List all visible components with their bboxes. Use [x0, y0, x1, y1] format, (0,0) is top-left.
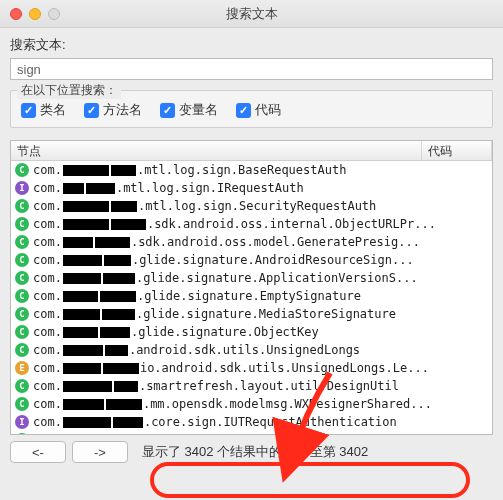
row-text: com.io.android.sdk.utils.UnsignedLongs.L…: [33, 361, 429, 375]
scope-checkbox-0[interactable]: ✓类名: [21, 101, 66, 119]
row-text: com..glide.signature.AndroidResourceSign…: [33, 253, 414, 267]
row-text: com..glide.signature.MediaStoreSignature: [33, 307, 396, 321]
table-row[interactable]: Ccom..sdk.android.oss.internal.ObjectURL…: [11, 215, 492, 233]
results-rows[interactable]: Ccom..mtl.log.sign.BaseRequestAuthIcom..…: [11, 161, 492, 435]
table-row[interactable]: Ecom.io.android.sdk.utils.UnsignedLongs.…: [11, 359, 492, 377]
results-table: 节点 代码 Ccom..mtl.log.sign.BaseRequestAuth…: [10, 140, 493, 435]
search-scope-group: 在以下位置搜索： ✓类名✓方法名✓变量名✓代码: [10, 90, 493, 128]
search-input[interactable]: [10, 58, 493, 80]
search-label: 搜索文本:: [10, 36, 493, 54]
type-icon: I: [15, 181, 29, 195]
type-icon: C: [15, 343, 29, 357]
table-row[interactable]: Ccom..android.sdk.utils.UnsignedLongs: [11, 341, 492, 359]
type-icon: C: [15, 397, 29, 411]
row-text: com..core.sign.IUTRequestAuthentication: [33, 415, 397, 429]
type-icon: I: [15, 415, 29, 429]
status-text: 显示了 3402 个结果中的第 1 至第 3402: [142, 443, 368, 461]
row-text: com..mtl.log.sign.BaseRequestAuth: [33, 163, 346, 177]
check-icon: ✓: [236, 103, 251, 118]
type-icon: C: [15, 289, 29, 303]
row-text: com..mtl.log.sign.SecurityRequestAuth: [33, 199, 376, 213]
table-row[interactable]: Ccom..glide.signature.ApplicationVersion…: [11, 269, 492, 287]
type-icon: C: [15, 307, 29, 321]
table-row[interactable]: Ccom..mm.opensdk.modelmsg.WXDesignerShar…: [11, 395, 492, 413]
type-icon: C: [15, 325, 29, 339]
window-title: 搜索文本: [0, 5, 503, 23]
row-text: com..mm.opensdk.modelmsg.WXDesignerShare…: [33, 397, 432, 411]
row-text: com..sdk.android.oss.internal.ObjectURLP…: [33, 217, 436, 231]
col-header-code[interactable]: 代码: [422, 141, 492, 160]
table-row[interactable]: Ccom..sdk.android.oss.model.GeneratePres…: [11, 233, 492, 251]
row-text: com..glide.signature.EmptySignature: [33, 289, 361, 303]
type-icon: E: [15, 361, 29, 375]
type-icon: C: [15, 163, 29, 177]
row-text: com..mtl.log.sign.IRequestAuth: [33, 181, 304, 195]
type-icon: C: [15, 199, 29, 213]
scope-label: 代码: [255, 101, 281, 119]
scope-label: 类名: [40, 101, 66, 119]
type-icon: C: [15, 379, 29, 393]
annotation-highlight: [150, 462, 470, 498]
type-icon: C: [15, 235, 29, 249]
titlebar: 搜索文本: [0, 0, 503, 28]
scope-label: 变量名: [179, 101, 218, 119]
scope-checkbox-3[interactable]: ✓代码: [236, 101, 281, 119]
prev-button[interactable]: <-: [10, 441, 66, 463]
table-row[interactable]: Ccom..glide.signature.AndroidResourceSig…: [11, 251, 492, 269]
row-text: com..smartrefresh.layout.util.DesignUtil: [33, 379, 399, 393]
row-text: com..android.sdk.utils.UnsignedLongs: [33, 343, 360, 357]
table-row[interactable]: Ccom..glide.signature.MediaStoreSignatur…: [11, 305, 492, 323]
row-text: com..glide.signature.ApplicationVersionS…: [33, 271, 418, 285]
type-icon: C: [15, 253, 29, 267]
row-text: com..sdk.android.oss.model.GeneratePresi…: [33, 235, 420, 249]
scope-title: 在以下位置搜索：: [17, 82, 121, 99]
table-row[interactable]: Ccom..glide.signature.EmptySignature: [11, 287, 492, 305]
check-icon: ✓: [160, 103, 175, 118]
check-icon: ✓: [21, 103, 36, 118]
type-icon: C: [15, 271, 29, 285]
scope-checkbox-1[interactable]: ✓方法名: [84, 101, 142, 119]
scope-checkbox-2[interactable]: ✓变量名: [160, 101, 218, 119]
table-row[interactable]: Icom..mtl.log.sign.IRequestAuth: [11, 179, 492, 197]
table-row[interactable]: Ccom..mtl.log.sign.BaseRequestAuth: [11, 161, 492, 179]
next-button[interactable]: ->: [72, 441, 128, 463]
scope-label: 方法名: [103, 101, 142, 119]
table-row[interactable]: Ccom..mtl.log.sign.SecurityRequestAuth: [11, 197, 492, 215]
col-header-node[interactable]: 节点: [11, 141, 422, 160]
row-text: com..glide.signature.ObjectKey: [33, 325, 319, 339]
table-row[interactable]: Ccom..glide.signature.ObjectKey: [11, 323, 492, 341]
table-row[interactable]: Ccom..smartrefresh.layout.util.DesignUti…: [11, 377, 492, 395]
table-row[interactable]: Icom..core.sign.IUTRequestAuthentication: [11, 413, 492, 431]
type-icon: C: [15, 217, 29, 231]
check-icon: ✓: [84, 103, 99, 118]
